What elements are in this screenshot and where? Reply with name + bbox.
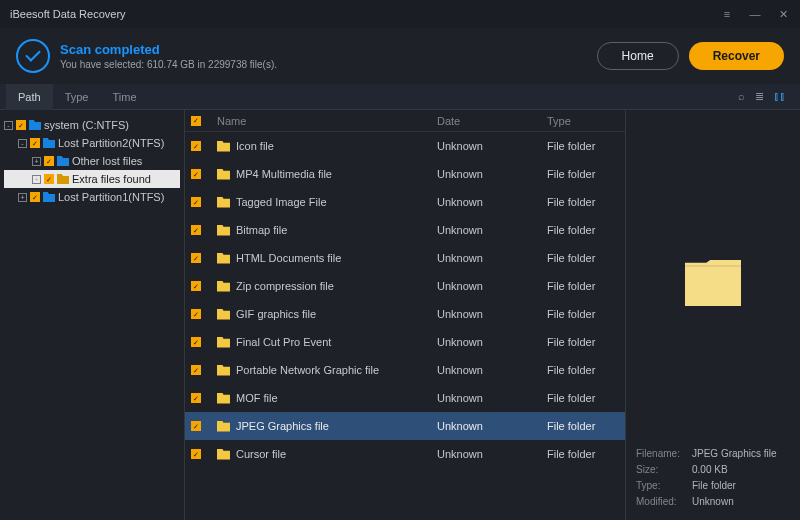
row-name: GIF graphics file: [236, 308, 316, 320]
folder-icon: [43, 192, 55, 202]
row-type: File folder: [547, 308, 625, 320]
list-row[interactable]: Zip compression fileUnknownFile folder: [185, 272, 625, 300]
tree-label: Lost Partition2(NTFS): [58, 137, 164, 149]
list-row[interactable]: JPEG Graphics fileUnknownFile folder: [185, 412, 625, 440]
tree-item[interactable]: +Other lost files: [4, 152, 180, 170]
row-name: MOF file: [236, 392, 278, 404]
toolbar-icons: ⌕ ≣ ⫿⫿: [738, 90, 794, 103]
row-checkbox[interactable]: [191, 281, 201, 291]
list-row[interactable]: MOF fileUnknownFile folder: [185, 384, 625, 412]
row-type: File folder: [547, 420, 625, 432]
row-type: File folder: [547, 448, 625, 460]
row-date: Unknown: [437, 336, 547, 348]
list-row[interactable]: Icon fileUnknownFile folder: [185, 132, 625, 160]
grid-view-icon[interactable]: ⫿⫿: [774, 90, 786, 103]
row-type: File folder: [547, 336, 625, 348]
row-type: File folder: [547, 140, 625, 152]
expand-icon[interactable]: -: [4, 121, 13, 130]
folder-icon: [217, 141, 230, 152]
folder-icon: [29, 120, 41, 130]
list-row[interactable]: Bitmap fileUnknownFile folder: [185, 216, 625, 244]
tab-type[interactable]: Type: [53, 84, 101, 110]
row-date: Unknown: [437, 364, 547, 376]
folder-tree[interactable]: -system (C:NTFS)-Lost Partition2(NTFS)+O…: [0, 110, 184, 520]
expand-icon[interactable]: +: [32, 157, 41, 166]
meta-type-key: Type:: [636, 478, 692, 494]
title-bar: iBeesoft Data Recovery ≡ — ✕: [0, 0, 800, 28]
col-date[interactable]: Date: [437, 115, 547, 127]
tree-item[interactable]: +Lost Partition1(NTFS): [4, 188, 180, 206]
meta-size-value: 0.00 KB: [692, 462, 728, 478]
row-name: JPEG Graphics file: [236, 420, 329, 432]
folder-icon: [217, 197, 230, 208]
row-checkbox[interactable]: [191, 449, 201, 459]
list-row[interactable]: Tagged Image FileUnknownFile folder: [185, 188, 625, 216]
meta-modified-key: Modified:: [636, 494, 692, 510]
row-type: File folder: [547, 196, 625, 208]
list-view-icon[interactable]: ≣: [755, 90, 764, 103]
folder-icon: [57, 174, 69, 184]
tree-checkbox[interactable]: [44, 156, 54, 166]
list-row[interactable]: Portable Network Graphic fileUnknownFile…: [185, 356, 625, 384]
tree-item[interactable]: -Lost Partition2(NTFS): [4, 134, 180, 152]
file-list-body[interactable]: Icon fileUnknownFile folderMP4 Multimedi…: [185, 132, 625, 520]
list-row[interactable]: GIF graphics fileUnknownFile folder: [185, 300, 625, 328]
recover-button[interactable]: Recover: [689, 42, 784, 70]
menu-icon[interactable]: ≡: [720, 8, 734, 21]
search-icon[interactable]: ⌕: [738, 90, 745, 103]
list-row[interactable]: Cursor fileUnknownFile folder: [185, 440, 625, 468]
folder-icon: [217, 393, 230, 404]
tab-path[interactable]: Path: [6, 84, 53, 110]
folder-icon: [217, 449, 230, 460]
row-name: HTML Documents file: [236, 252, 341, 264]
col-name[interactable]: Name: [217, 115, 437, 127]
folder-icon: [43, 138, 55, 148]
tree-item[interactable]: +Extra files found: [4, 170, 180, 188]
row-name: Portable Network Graphic file: [236, 364, 379, 376]
expand-icon[interactable]: +: [18, 193, 27, 202]
row-checkbox[interactable]: [191, 225, 201, 235]
list-row[interactable]: MP4 Multimedia fileUnknownFile folder: [185, 160, 625, 188]
row-checkbox[interactable]: [191, 365, 201, 375]
tree-item[interactable]: -system (C:NTFS): [4, 116, 180, 134]
tab-bar: PathTypeTime ⌕ ≣ ⫿⫿: [0, 84, 800, 110]
tree-checkbox[interactable]: [30, 192, 40, 202]
folder-icon: [217, 253, 230, 264]
folder-icon: [217, 365, 230, 376]
row-checkbox[interactable]: [191, 197, 201, 207]
expand-icon[interactable]: -: [18, 139, 27, 148]
row-checkbox[interactable]: [191, 253, 201, 263]
row-type: File folder: [547, 280, 625, 292]
home-button[interactable]: Home: [597, 42, 679, 70]
preview-panel: Filename:JPEG Graphics file Size:0.00 KB…: [626, 110, 800, 520]
tree-checkbox[interactable]: [16, 120, 26, 130]
tree-checkbox[interactable]: [30, 138, 40, 148]
folder-icon: [57, 156, 69, 166]
meta-modified-value: Unknown: [692, 494, 734, 510]
row-checkbox[interactable]: [191, 421, 201, 431]
tree-label: system (C:NTFS): [44, 119, 129, 131]
list-row[interactable]: HTML Documents fileUnknownFile folder: [185, 244, 625, 272]
row-checkbox[interactable]: [191, 393, 201, 403]
tree-label: Extra files found: [72, 173, 151, 185]
row-name: Cursor file: [236, 448, 286, 460]
row-checkbox[interactable]: [191, 309, 201, 319]
folder-icon: [217, 421, 230, 432]
row-date: Unknown: [437, 196, 547, 208]
list-row[interactable]: Final Cut Pro EventUnknownFile folder: [185, 328, 625, 356]
row-date: Unknown: [437, 448, 547, 460]
row-checkbox[interactable]: [191, 141, 201, 151]
folder-icon: [217, 337, 230, 348]
select-all-checkbox[interactable]: [191, 116, 201, 126]
row-checkbox[interactable]: [191, 169, 201, 179]
tree-checkbox[interactable]: [44, 174, 54, 184]
close-icon[interactable]: ✕: [776, 8, 790, 21]
expand-icon[interactable]: +: [32, 175, 41, 184]
row-date: Unknown: [437, 252, 547, 264]
row-checkbox[interactable]: [191, 337, 201, 347]
check-circle-icon: [16, 39, 50, 73]
minimize-icon[interactable]: —: [748, 8, 762, 21]
tab-time[interactable]: Time: [101, 84, 149, 110]
row-date: Unknown: [437, 392, 547, 404]
col-type[interactable]: Type: [547, 115, 625, 127]
